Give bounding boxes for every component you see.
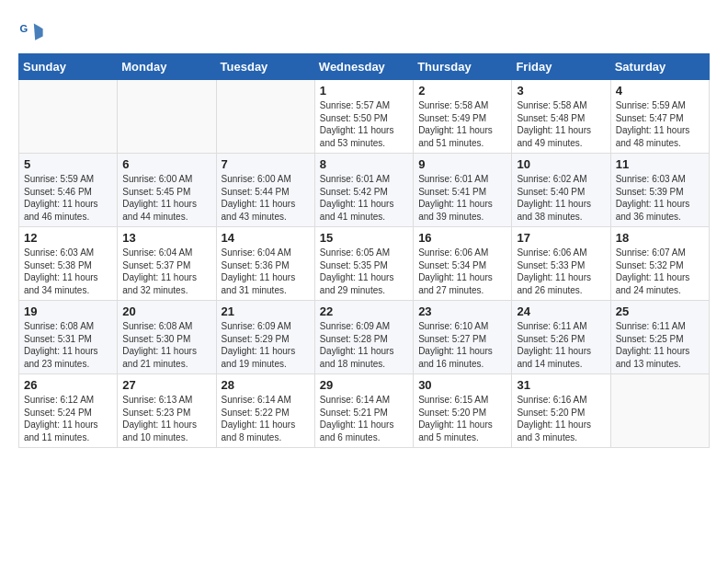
- day-number: 30: [418, 378, 506, 392]
- day-cell: 25Sunrise: 6:11 AM Sunset: 5:25 PM Dayli…: [610, 301, 709, 374]
- day-number: 19: [24, 304, 112, 318]
- week-row-1: 1Sunrise: 5:57 AM Sunset: 5:50 PM Daylig…: [19, 80, 710, 154]
- weekday-header-friday: Friday: [512, 54, 610, 80]
- day-info: Sunrise: 5:58 AM Sunset: 5:48 PM Dayligh…: [517, 99, 605, 149]
- day-info: Sunrise: 5:57 AM Sunset: 5:50 PM Dayligh…: [320, 99, 408, 149]
- day-cell: 23Sunrise: 6:10 AM Sunset: 5:27 PM Dayli…: [414, 301, 512, 374]
- day-info: Sunrise: 6:01 AM Sunset: 5:41 PM Dayligh…: [418, 173, 506, 223]
- day-cell: 3Sunrise: 5:58 AM Sunset: 5:48 PM Daylig…: [512, 80, 610, 154]
- day-cell: 29Sunrise: 6:14 AM Sunset: 5:21 PM Dayli…: [314, 374, 413, 448]
- day-cell: 26Sunrise: 6:12 AM Sunset: 5:24 PM Dayli…: [19, 374, 118, 448]
- day-info: Sunrise: 6:08 AM Sunset: 5:31 PM Dayligh…: [24, 320, 112, 370]
- day-cell: 11Sunrise: 6:03 AM Sunset: 5:39 PM Dayli…: [610, 154, 709, 227]
- day-info: Sunrise: 6:02 AM Sunset: 5:40 PM Dayligh…: [517, 173, 605, 223]
- day-number: 14: [222, 231, 310, 245]
- week-row-5: 26Sunrise: 6:12 AM Sunset: 5:24 PM Dayli…: [19, 374, 710, 448]
- day-info: Sunrise: 6:12 AM Sunset: 5:24 PM Dayligh…: [24, 394, 112, 443]
- day-cell: 9Sunrise: 6:01 AM Sunset: 5:41 PM Daylig…: [414, 154, 512, 227]
- weekday-header-thursday: Thursday: [414, 54, 512, 80]
- day-info: Sunrise: 5:59 AM Sunset: 5:47 PM Dayligh…: [616, 99, 704, 149]
- day-info: Sunrise: 5:58 AM Sunset: 5:49 PM Dayligh…: [418, 99, 506, 149]
- day-info: Sunrise: 6:06 AM Sunset: 5:33 PM Dayligh…: [517, 247, 605, 296]
- day-info: Sunrise: 6:09 AM Sunset: 5:28 PM Dayligh…: [320, 320, 408, 370]
- day-cell: [610, 374, 709, 448]
- day-cell: 27Sunrise: 6:13 AM Sunset: 5:23 PM Dayli…: [118, 374, 216, 448]
- day-number: 11: [616, 157, 704, 171]
- day-cell: 13Sunrise: 6:04 AM Sunset: 5:37 PM Dayli…: [118, 227, 216, 301]
- weekday-header-saturday: Saturday: [610, 54, 709, 80]
- day-info: Sunrise: 5:59 AM Sunset: 5:46 PM Dayligh…: [24, 173, 112, 223]
- day-number: 23: [418, 304, 506, 318]
- weekday-header-wednesday: Wednesday: [314, 54, 413, 80]
- day-cell: 17Sunrise: 6:06 AM Sunset: 5:33 PM Dayli…: [512, 227, 610, 301]
- day-cell: 22Sunrise: 6:09 AM Sunset: 5:28 PM Dayli…: [314, 301, 413, 374]
- logo: G: [18, 18, 46, 44]
- weekday-header-sunday: Sunday: [19, 54, 118, 80]
- day-number: 1: [320, 84, 408, 98]
- day-info: Sunrise: 6:04 AM Sunset: 5:36 PM Dayligh…: [222, 247, 310, 296]
- day-cell: 5Sunrise: 5:59 AM Sunset: 5:46 PM Daylig…: [19, 154, 118, 227]
- day-cell: 18Sunrise: 6:07 AM Sunset: 5:32 PM Dayli…: [610, 227, 709, 301]
- day-info: Sunrise: 6:14 AM Sunset: 5:21 PM Dayligh…: [320, 394, 408, 443]
- day-cell: 31Sunrise: 6:16 AM Sunset: 5:20 PM Dayli…: [512, 374, 610, 448]
- day-number: 29: [320, 378, 408, 392]
- day-number: 6: [122, 157, 210, 171]
- day-cell: [118, 80, 216, 154]
- day-cell: [216, 80, 314, 154]
- day-cell: 4Sunrise: 5:59 AM Sunset: 5:47 PM Daylig…: [610, 80, 709, 154]
- day-cell: [19, 80, 118, 154]
- day-cell: 10Sunrise: 6:02 AM Sunset: 5:40 PM Dayli…: [512, 154, 610, 227]
- day-cell: 16Sunrise: 6:06 AM Sunset: 5:34 PM Dayli…: [414, 227, 512, 301]
- day-info: Sunrise: 6:07 AM Sunset: 5:32 PM Dayligh…: [616, 247, 704, 296]
- day-info: Sunrise: 6:11 AM Sunset: 5:26 PM Dayligh…: [517, 320, 605, 370]
- day-number: 7: [222, 157, 310, 171]
- day-cell: 7Sunrise: 6:00 AM Sunset: 5:44 PM Daylig…: [216, 154, 314, 227]
- day-cell: 2Sunrise: 5:58 AM Sunset: 5:49 PM Daylig…: [414, 80, 512, 154]
- day-number: 12: [24, 231, 112, 245]
- day-info: Sunrise: 6:06 AM Sunset: 5:34 PM Dayligh…: [418, 247, 506, 296]
- day-number: 3: [517, 84, 605, 98]
- day-info: Sunrise: 6:03 AM Sunset: 5:38 PM Dayligh…: [24, 247, 112, 296]
- day-number: 9: [418, 157, 506, 171]
- day-number: 2: [418, 84, 506, 98]
- day-number: 25: [616, 304, 704, 318]
- day-number: 18: [616, 231, 704, 245]
- day-number: 27: [122, 378, 210, 392]
- day-info: Sunrise: 6:15 AM Sunset: 5:20 PM Dayligh…: [418, 394, 506, 443]
- day-cell: 20Sunrise: 6:08 AM Sunset: 5:30 PM Dayli…: [118, 301, 216, 374]
- day-number: 10: [517, 157, 605, 171]
- day-info: Sunrise: 6:05 AM Sunset: 5:35 PM Dayligh…: [320, 247, 408, 296]
- day-cell: 6Sunrise: 6:00 AM Sunset: 5:45 PM Daylig…: [118, 154, 216, 227]
- day-info: Sunrise: 6:00 AM Sunset: 5:45 PM Dayligh…: [122, 173, 210, 223]
- week-row-2: 5Sunrise: 5:59 AM Sunset: 5:46 PM Daylig…: [19, 154, 710, 227]
- day-cell: 28Sunrise: 6:14 AM Sunset: 5:22 PM Dayli…: [216, 374, 314, 448]
- week-row-4: 19Sunrise: 6:08 AM Sunset: 5:31 PM Dayli…: [19, 301, 710, 374]
- day-info: Sunrise: 6:03 AM Sunset: 5:39 PM Dayligh…: [616, 173, 704, 223]
- week-row-3: 12Sunrise: 6:03 AM Sunset: 5:38 PM Dayli…: [19, 227, 710, 301]
- weekday-header-tuesday: Tuesday: [216, 54, 314, 80]
- svg-text:G: G: [19, 23, 28, 34]
- day-cell: 30Sunrise: 6:15 AM Sunset: 5:20 PM Dayli…: [414, 374, 512, 448]
- day-info: Sunrise: 6:04 AM Sunset: 5:37 PM Dayligh…: [122, 247, 210, 296]
- day-number: 28: [222, 378, 310, 392]
- day-info: Sunrise: 6:00 AM Sunset: 5:44 PM Dayligh…: [222, 173, 310, 223]
- day-number: 21: [222, 304, 310, 318]
- calendar-table: SundayMondayTuesdayWednesdayThursdayFrid…: [18, 53, 710, 448]
- weekday-header-monday: Monday: [118, 54, 216, 80]
- day-info: Sunrise: 6:10 AM Sunset: 5:27 PM Dayligh…: [418, 320, 506, 370]
- day-cell: 15Sunrise: 6:05 AM Sunset: 5:35 PM Dayli…: [314, 227, 413, 301]
- day-cell: 14Sunrise: 6:04 AM Sunset: 5:36 PM Dayli…: [216, 227, 314, 301]
- day-cell: 19Sunrise: 6:08 AM Sunset: 5:31 PM Dayli…: [19, 301, 118, 374]
- day-info: Sunrise: 6:13 AM Sunset: 5:23 PM Dayligh…: [122, 394, 210, 443]
- day-info: Sunrise: 6:01 AM Sunset: 5:42 PM Dayligh…: [320, 173, 408, 223]
- day-number: 26: [24, 378, 112, 392]
- day-cell: 12Sunrise: 6:03 AM Sunset: 5:38 PM Dayli…: [19, 227, 118, 301]
- day-info: Sunrise: 6:08 AM Sunset: 5:30 PM Dayligh…: [122, 320, 210, 370]
- day-number: 20: [122, 304, 210, 318]
- day-number: 22: [320, 304, 408, 318]
- day-number: 16: [418, 231, 506, 245]
- day-number: 17: [517, 231, 605, 245]
- day-number: 8: [320, 157, 408, 171]
- day-number: 13: [122, 231, 210, 245]
- day-number: 5: [24, 157, 112, 171]
